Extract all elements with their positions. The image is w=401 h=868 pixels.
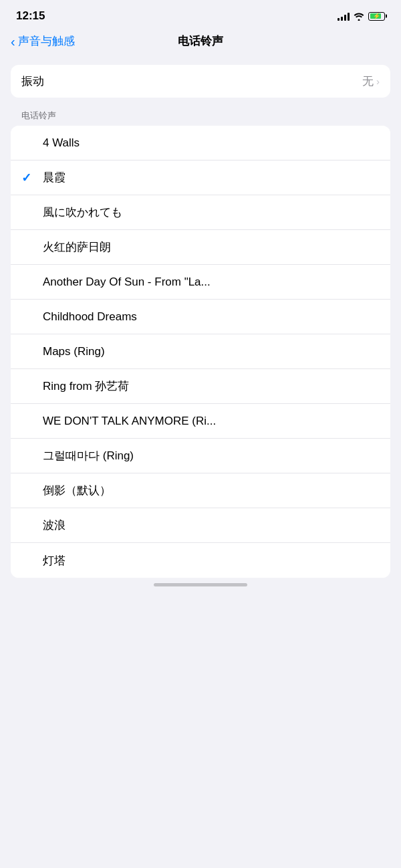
list-item[interactable]: 風に吹かれても — [11, 195, 390, 230]
ringtone-name: Childhood Dreams — [43, 310, 137, 324]
signal-icon — [338, 12, 350, 21]
list-item[interactable]: WE DON'T TALK ANYMORE (Ri... — [11, 404, 390, 439]
list-item[interactable]: Another Day Of Sun - From "La... — [11, 265, 390, 300]
ringtones-section-header: 电话铃声 — [0, 106, 401, 126]
status-icons: ⚡ — [338, 12, 385, 21]
nav-back-label: 声音与触感 — [18, 33, 75, 49]
ringtones-list: 4 Walls✓晨霞風に吹かれても火红的萨日朗Another Day Of Su… — [11, 126, 390, 578]
vibration-value-container: 无 › — [362, 74, 380, 89]
list-item[interactable]: Maps (Ring) — [11, 334, 390, 369]
back-chevron-icon: ‹ — [11, 35, 15, 48]
nav-back-button[interactable]: ‹ 声音与触感 — [11, 33, 75, 49]
ringtone-name: Maps (Ring) — [43, 345, 105, 358]
list-item[interactable]: ✓晨霞 — [11, 160, 390, 195]
status-time: 12:15 — [16, 9, 45, 23]
list-item[interactable]: Childhood Dreams — [11, 300, 390, 334]
vibration-row[interactable]: 振动 无 › — [11, 65, 390, 98]
nav-title: 电话铃声 — [178, 33, 223, 49]
ringtones-section-label: 电话铃声 — [21, 110, 56, 120]
ringtone-name: 火红的萨日朗 — [43, 239, 111, 255]
ringtone-name: Another Day Of Sun - From "La... — [43, 276, 211, 289]
ringtone-name: WE DON'T TALK ANYMORE (Ri... — [43, 415, 216, 428]
ringtone-name: 4 Walls — [43, 136, 80, 150]
home-indicator-bar — [154, 583, 247, 586]
wifi-icon — [354, 12, 364, 21]
nav-header: ‹ 声音与触感 电话铃声 — [0, 28, 401, 57]
vibration-value: 无 — [362, 74, 374, 89]
ringtone-name: 晨霞 — [43, 170, 65, 185]
home-indicator — [0, 578, 401, 593]
battery-icon: ⚡ — [368, 12, 385, 21]
ringtone-name: Ring from 孙艺荷 — [43, 378, 129, 394]
ringtone-name: 波浪 — [43, 518, 65, 533]
vibration-chevron-icon: › — [376, 76, 380, 87]
vibration-label: 振动 — [21, 74, 44, 89]
ringtone-name: 倒影（默认） — [43, 483, 111, 498]
status-bar: 12:15 ⚡ — [0, 0, 401, 28]
list-item[interactable]: 火红的萨日朗 — [11, 230, 390, 265]
list-item[interactable]: 그럴때마다 (Ring) — [11, 439, 390, 473]
ringtone-name: 風に吹かれても — [43, 205, 122, 220]
vibration-section: 振动 无 › — [11, 65, 390, 98]
ringtone-name: 灯塔 — [43, 553, 65, 568]
list-item[interactable]: Ring from 孙艺荷 — [11, 369, 390, 404]
checkmark-icon: ✓ — [21, 171, 35, 185]
list-item[interactable]: 倒影（默认） — [11, 473, 390, 508]
list-item[interactable]: 波浪 — [11, 508, 390, 543]
list-item[interactable]: 4 Walls — [11, 126, 390, 160]
list-item[interactable]: 灯塔 — [11, 543, 390, 578]
ringtone-name: 그럴때마다 (Ring) — [43, 448, 134, 463]
